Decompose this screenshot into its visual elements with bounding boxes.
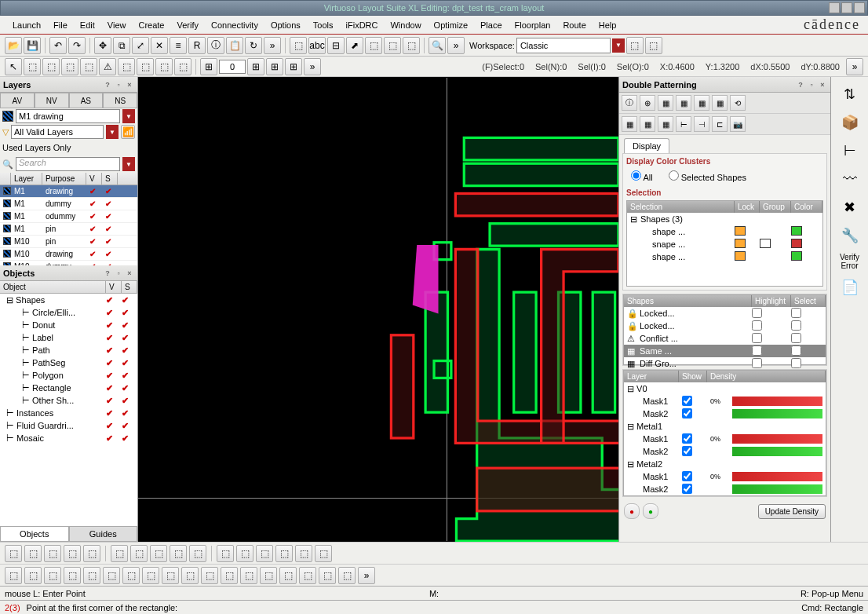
num-b-icon[interactable]: ⊞ bbox=[247, 58, 264, 75]
current-layer-select[interactable]: M1 drawing bbox=[16, 109, 120, 123]
panel-close-icon[interactable]: × bbox=[125, 80, 134, 90]
bb11-icon[interactable]: ⬚ bbox=[201, 567, 218, 584]
dp-tb2-4-icon[interactable]: ⊢ bbox=[676, 116, 691, 132]
dp-tb-3-icon[interactable]: ▦ bbox=[658, 95, 673, 111]
dp-stop-icon[interactable]: ● bbox=[624, 503, 640, 519]
shapes-row[interactable]: 🔒Locked... bbox=[624, 307, 826, 320]
bt1-icon[interactable]: ⬚ bbox=[5, 545, 22, 562]
layer-row[interactable]: M1dummy✔✔ bbox=[0, 198, 137, 210]
menu-route[interactable]: Route bbox=[556, 18, 592, 32]
close-button[interactable] bbox=[854, 2, 865, 13]
obj-close-icon[interactable]: × bbox=[125, 269, 134, 278]
tab-objects[interactable]: Objects bbox=[0, 526, 69, 542]
open-icon[interactable]: 📂 bbox=[5, 37, 22, 54]
density-row[interactable]: Mask10% bbox=[624, 395, 826, 408]
shapes-row[interactable]: ▦Same ... bbox=[624, 345, 826, 357]
layer-row[interactable]: M1drawing✔✔ bbox=[0, 185, 137, 198]
sel-b-icon[interactable]: ⬚ bbox=[42, 58, 60, 75]
move-icon[interactable]: ✥ bbox=[94, 37, 111, 54]
object-tree-item[interactable]: ⊢ Rectangle✔✔ bbox=[0, 382, 137, 394]
layer-row[interactable]: M1pin✔✔ bbox=[0, 223, 137, 236]
redo-icon[interactable]: ↷ bbox=[68, 37, 86, 54]
bt2-icon[interactable]: ⬚ bbox=[24, 545, 42, 562]
warning-icon[interactable]: ⚠ bbox=[99, 58, 116, 75]
fr-5-icon[interactable]: ✖ bbox=[837, 196, 863, 218]
undo-icon[interactable]: ↶ bbox=[49, 37, 67, 54]
menu-create[interactable]: Create bbox=[132, 18, 170, 32]
menu-floorplan[interactable]: Floorplan bbox=[509, 18, 557, 32]
tool-e-icon[interactable]: ⬚ bbox=[403, 37, 420, 54]
shapes-row[interactable]: 🔒Locked... bbox=[624, 320, 826, 332]
dp-close-icon[interactable]: × bbox=[818, 80, 827, 90]
filter-wifi-icon[interactable]: 📶 bbox=[121, 125, 135, 139]
dp-tb2-2-icon[interactable]: ▦ bbox=[640, 116, 655, 132]
bb8-icon[interactable]: ⬚ bbox=[142, 567, 159, 584]
tab-av[interactable]: AV bbox=[0, 93, 35, 108]
search-dropdown-icon[interactable]: ▼ bbox=[122, 157, 135, 171]
more4-icon[interactable]: » bbox=[846, 58, 863, 75]
more3-icon[interactable]: » bbox=[304, 58, 321, 75]
bb16-icon[interactable]: ⬚ bbox=[299, 567, 316, 584]
shapes-row[interactable]: ⚠Conflict ... bbox=[624, 332, 826, 345]
ruler-icon[interactable]: R bbox=[188, 37, 206, 54]
panel-undock-icon[interactable]: ▫ bbox=[114, 80, 123, 90]
col-v[interactable]: V bbox=[86, 173, 102, 185]
dp-help-icon[interactable]: ? bbox=[796, 80, 805, 90]
fr-3-icon[interactable]: ⊢ bbox=[837, 140, 863, 162]
bt8-icon[interactable]: ⬚ bbox=[150, 545, 167, 562]
bb4-icon[interactable]: ⬚ bbox=[64, 567, 81, 584]
layer-dropdown-icon[interactable]: ▼ bbox=[122, 109, 135, 123]
dp-tb-7-icon[interactable]: ⟲ bbox=[730, 95, 746, 111]
bt5-icon[interactable]: ⬚ bbox=[83, 545, 100, 562]
menu-window[interactable]: Window bbox=[384, 18, 427, 32]
object-tree-item[interactable]: ⊢ Polygon✔✔ bbox=[0, 369, 137, 382]
bt9-icon[interactable]: ⬚ bbox=[170, 545, 187, 562]
selection-item[interactable]: shape ... bbox=[627, 250, 822, 263]
workspace-dropdown-icon[interactable]: ▼ bbox=[612, 38, 625, 53]
col-s[interactable]: S bbox=[102, 173, 118, 185]
menu-tools[interactable]: Tools bbox=[307, 18, 340, 32]
menu-connectivity[interactable]: Connectivity bbox=[205, 18, 264, 32]
bb14-icon[interactable]: ⬚ bbox=[260, 567, 277, 584]
sel-tree-root[interactable]: ⊟ Shapes (3) bbox=[627, 213, 822, 225]
bb9-icon[interactable]: ⬚ bbox=[162, 567, 179, 584]
density-group[interactable]: ⊟ Metal1 bbox=[624, 420, 826, 433]
obj-undock-icon[interactable]: ▫ bbox=[114, 269, 123, 278]
bt13-icon[interactable]: ⬚ bbox=[256, 545, 273, 562]
dp-tb2-1-icon[interactable]: ▦ bbox=[622, 116, 637, 132]
layer-filter-select[interactable]: All Valid Layers bbox=[11, 125, 104, 139]
sel-arrow-icon[interactable]: ↖ bbox=[5, 58, 22, 75]
menu-launch[interactable]: Launch bbox=[6, 18, 47, 32]
used-layers-label[interactable]: Used Layers Only bbox=[2, 143, 71, 152]
sel-g-icon[interactable]: ⬚ bbox=[155, 58, 173, 75]
dp-go-icon[interactable]: ● bbox=[643, 503, 658, 519]
col-object[interactable]: Object bbox=[0, 281, 106, 293]
wrench-icon[interactable]: 🔧 bbox=[837, 225, 863, 247]
abc-icon[interactable]: abc bbox=[308, 37, 326, 54]
dp-tb-4-icon[interactable]: ▦ bbox=[676, 95, 691, 111]
menu-help[interactable]: Help bbox=[593, 18, 623, 32]
bb19-icon[interactable]: » bbox=[358, 567, 375, 584]
density-row[interactable]: Mask2 bbox=[624, 445, 826, 458]
bb6-icon[interactable]: ⬚ bbox=[103, 567, 120, 584]
object-tree-item[interactable]: ⊢ Label✔✔ bbox=[0, 331, 137, 344]
cursor-icon[interactable]: ⬈ bbox=[346, 37, 363, 54]
ws-b-icon[interactable]: ⬚ bbox=[645, 37, 662, 54]
update-density-button[interactable]: Update Density bbox=[758, 504, 826, 519]
delete-icon[interactable]: ✕ bbox=[151, 37, 168, 54]
tab-as[interactable]: AS bbox=[69, 93, 104, 108]
sel-a-icon[interactable]: ⬚ bbox=[24, 58, 41, 75]
menu-optimize[interactable]: Optimize bbox=[428, 18, 474, 32]
bb3-icon[interactable]: ⬚ bbox=[44, 567, 61, 584]
tab-guides[interactable]: Guides bbox=[69, 526, 138, 542]
radio-selected[interactable]: Selected Shapes bbox=[669, 170, 746, 182]
refresh-icon[interactable]: ↻ bbox=[245, 37, 262, 54]
tool-b-icon[interactable]: ⊟ bbox=[327, 37, 345, 54]
workspace-select[interactable]: Classic bbox=[516, 38, 611, 53]
dp-tb2-6-icon[interactable]: ⊏ bbox=[712, 116, 728, 132]
sel-e-icon[interactable]: ⬚ bbox=[118, 58, 135, 75]
bt16-icon[interactable]: ⬚ bbox=[315, 545, 332, 562]
tool-c-icon[interactable]: ⬚ bbox=[365, 37, 382, 54]
object-tree-item[interactable]: ⊟ Shapes✔✔ bbox=[0, 294, 137, 306]
object-tree-item[interactable]: ⊢ Path✔✔ bbox=[0, 344, 137, 356]
